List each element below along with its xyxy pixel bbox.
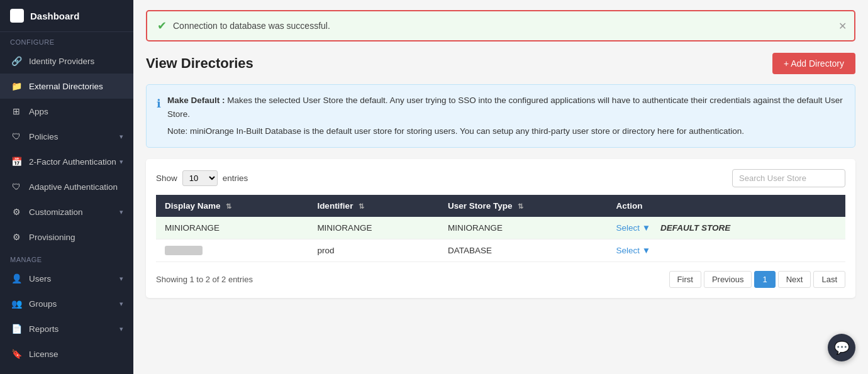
select-dropdown[interactable]: Select ▼ (616, 223, 651, 233)
sidebar-item-label: Customization (29, 207, 83, 217)
cell-display-name: MINIORANGE (156, 217, 308, 239)
alert-close-button[interactable]: ✕ (838, 20, 847, 32)
chevron-down-icon: ▾ (120, 325, 123, 333)
show-entries-control: Show 10 25 50 100 entries (156, 170, 248, 186)
sidebar-logo-text: Dashboard (30, 11, 79, 21)
chevron-down-icon: ▾ (120, 158, 123, 166)
identity-providers-icon: 🔗 (10, 55, 23, 67)
chat-icon: 💬 (834, 340, 850, 355)
sidebar: Dashboard Configure 🔗 Identity Providers… (0, 0, 133, 374)
sidebar-item-label: Provisioning (29, 233, 75, 242)
sidebar-item-apps[interactable]: ⊞ Apps (0, 99, 133, 124)
sidebar-item-external-directories[interactable]: 📁 External Directories (0, 74, 133, 99)
info-text: Makes the selected User Store the defaul… (167, 96, 843, 119)
chevron-down-icon: ▾ (120, 300, 123, 308)
info-box-content: Make Default : Makes the selected User S… (167, 94, 845, 138)
page-first-button[interactable]: First (669, 271, 701, 288)
sidebar-item-adaptive-auth[interactable]: 🛡 Adaptive Authentication (0, 174, 133, 199)
license-icon: 🔖 (10, 348, 23, 360)
sidebar-item-label: License (29, 349, 58, 359)
sidebar-item-label: Groups (29, 299, 57, 309)
show-label: Show (156, 173, 177, 183)
two-factor-icon: 📅 (10, 155, 23, 168)
cell-display-name (156, 239, 308, 261)
sidebar-item-reports[interactable]: 📄 Reports ▾ (0, 316, 133, 341)
sidebar-item-label: 2-Factor Authentication (29, 157, 116, 167)
sidebar-item-label: Adaptive Authentication (29, 182, 118, 192)
directories-table: Display Name ⇅ Identifier ⇅ User Store T… (156, 195, 845, 262)
col-label: Action (616, 201, 643, 211)
groups-icon: 👥 (10, 297, 23, 310)
page-next-button[interactable]: Next (778, 271, 811, 288)
col-label: Identifier (317, 201, 353, 211)
cell-action: Select ▼ DEFAULT STORE (608, 217, 845, 239)
check-circle-icon: ✔ (157, 19, 167, 33)
info-box-note: Note: miniOrange In-Built Database is th… (167, 124, 845, 138)
sidebar-item-label: Policies (29, 132, 58, 141)
entries-label: entries (223, 173, 248, 183)
cell-identifier: prod (308, 239, 439, 261)
col-user-store-type: User Store Type ⇅ (439, 195, 608, 217)
search-input[interactable] (732, 169, 845, 187)
sidebar-item-provisioning[interactable]: ⚙ Provisioning (0, 224, 133, 250)
col-action: Action (608, 195, 845, 217)
sort-icon[interactable]: ⇅ (518, 202, 523, 210)
table-container: Show 10 25 50 100 entries Display Name ⇅ (146, 159, 855, 298)
sidebar-logo[interactable]: Dashboard (0, 0, 133, 32)
section-label-configure: Configure (0, 32, 133, 48)
info-box-main-text: Make Default : Makes the selected User S… (167, 94, 845, 121)
provisioning-icon: ⚙ (10, 231, 23, 243)
sort-icon[interactable]: ⇅ (359, 202, 364, 210)
col-identifier: Identifier ⇅ (308, 195, 439, 217)
sidebar-item-label: Apps (29, 107, 48, 116)
sidebar-item-label: Identity Providers (29, 57, 94, 66)
success-alert: ✔ Connection to database was successful.… (146, 10, 855, 41)
select-dropdown[interactable]: Select ▼ (616, 246, 651, 255)
sidebar-item-license[interactable]: 🔖 License (0, 341, 133, 366)
page-1-button[interactable]: 1 (754, 271, 775, 288)
col-label: User Store Type (448, 201, 513, 211)
table-controls: Show 10 25 50 100 entries (156, 169, 845, 187)
entries-select[interactable]: 10 25 50 100 (182, 170, 218, 186)
cell-user-store-type: MINIORANGE (439, 217, 608, 239)
sidebar-item-identity-providers[interactable]: 🔗 Identity Providers (0, 48, 133, 74)
info-icon: ℹ (157, 95, 161, 113)
table-header-row: Display Name ⇅ Identifier ⇅ User Store T… (156, 195, 845, 217)
sidebar-item-groups[interactable]: 👥 Groups ▾ (0, 291, 133, 316)
sidebar-item-two-factor[interactable]: 📅 2-Factor Authentication ▾ (0, 149, 133, 174)
info-box: ℹ Make Default : Makes the selected User… (146, 84, 855, 148)
logo-icon (10, 9, 24, 23)
adaptive-auth-icon: 🛡 (10, 180, 23, 193)
col-label: Display Name (165, 201, 221, 211)
sidebar-item-label: Reports (29, 324, 58, 334)
main-content: ✔ Connection to database was successful.… (133, 0, 868, 374)
sidebar-item-label: Users (29, 274, 51, 283)
sidebar-item-customization[interactable]: ⚙ Customization ▾ (0, 199, 133, 224)
default-store-badge: DEFAULT STORE (660, 223, 730, 233)
users-icon: 👤 (10, 272, 23, 285)
page-last-button[interactable]: Last (813, 271, 845, 288)
alert-message: Connection to database was successful. (173, 21, 330, 31)
col-display-name: Display Name ⇅ (156, 195, 308, 217)
add-directory-button[interactable]: + Add Directory (772, 53, 855, 74)
cell-identifier: MINIORANGE (308, 217, 439, 239)
section-label-manage: Manage (0, 250, 133, 266)
sidebar-item-label: External Directories (29, 82, 103, 91)
policies-icon: 🛡 (10, 130, 23, 143)
chevron-down-icon: ▾ (120, 133, 123, 141)
chat-fab-button[interactable]: 💬 (828, 334, 855, 361)
table-row: prod DATABASE Select ▼ (156, 239, 845, 261)
pagination-buttons: First Previous 1 Next Last (669, 271, 845, 288)
page-header: View Directories + Add Directory (146, 53, 855, 74)
customization-icon: ⚙ (10, 206, 23, 218)
cell-user-store-type: DATABASE (439, 239, 608, 261)
sidebar-item-policies[interactable]: 🛡 Policies ▾ (0, 124, 133, 149)
page-previous-button[interactable]: Previous (704, 271, 752, 288)
external-directories-icon: 📁 (10, 80, 23, 92)
info-bold-text: Make Default : (167, 96, 225, 105)
sidebar-item-users[interactable]: 👤 Users ▾ (0, 266, 133, 291)
reports-icon: 📄 (10, 322, 23, 335)
page-title: View Directories (146, 55, 253, 72)
sort-icon[interactable]: ⇅ (226, 202, 231, 210)
apps-icon: ⊞ (10, 105, 23, 118)
